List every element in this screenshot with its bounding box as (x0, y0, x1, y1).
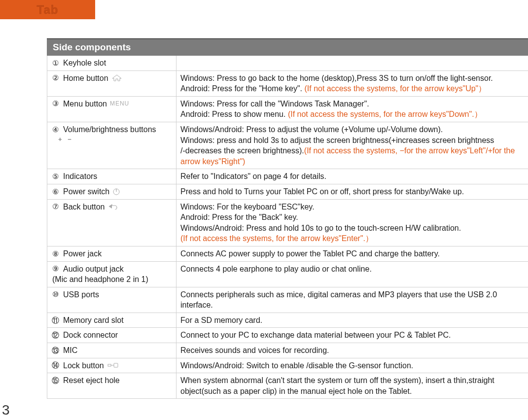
row-number: ⑩ (51, 289, 59, 299)
row-number: ⑮ (51, 376, 59, 385)
row-number: ⑬ (51, 346, 59, 355)
table-row: ① Keyhole slot (47, 56, 528, 71)
row-label: Memory card slot (63, 315, 124, 326)
row-desc: Connects peripherals such as mice, digit… (180, 290, 497, 310)
tab-header: Tab (0, 0, 95, 19)
row-label: Lock button (63, 360, 104, 371)
page-number: 3 (2, 402, 10, 418)
row-accent: (If not access the systems, for the arro… (180, 233, 528, 244)
svg-marker-2 (109, 205, 112, 209)
table-row: ④ Volume/brightness buttons + − Windows/… (47, 122, 528, 169)
table-row: ② Home button Windows: Press to go back … (47, 71, 528, 97)
table-row: ③ Menu button MENU Windows: Press for ca… (47, 97, 528, 122)
row-desc: Connects AC power supply to power the Ta… (180, 249, 440, 258)
row-desc-line: Windows/Android: Press to adjust the vol… (180, 124, 528, 135)
back-icon (108, 204, 119, 210)
table-row: ⑮ Reset eject hole When system abnormal … (47, 373, 528, 399)
row-desc-line: Windows: Press to go back to the home (d… (180, 73, 528, 84)
section-title: Side components (53, 42, 131, 52)
table-row: ⑪ Memory card slot For a SD memory card. (47, 313, 528, 328)
row-desc: Receives sounds and voices for recording… (180, 346, 329, 354)
row-desc: For a SD memory card. (180, 316, 262, 324)
menu-icon: MENU (110, 100, 129, 107)
row-accent: (If not access the systems, for the arro… (288, 110, 482, 118)
row-label: USB ports (63, 289, 99, 300)
row-number: ⑪ (51, 315, 59, 325)
row-desc-line: Android: Press for the "Back" key. (180, 212, 528, 223)
row-number: ④ (51, 125, 59, 135)
row-number: ① (51, 58, 59, 68)
row-desc: When system abnormal (can't start the sy… (180, 376, 494, 395)
row-desc: Connects 4 pole earphone to play audio o… (180, 265, 372, 273)
row-number: ② (51, 73, 59, 83)
table-row: ⑥ Power switch Press and hold to Turns y… (47, 184, 528, 200)
table-row: ⑧ Power jack Connects AC power supply to… (47, 246, 528, 262)
volume-icon: + − (51, 135, 73, 144)
row-desc-line: Android: Press to show menu. (180, 110, 288, 118)
table-row: ⑤ Indicators Refer to "Indicators" on pa… (47, 169, 528, 184)
row-desc: Refer to "Indicators" on page 4 for deta… (180, 172, 326, 180)
tab-label: Tab (37, 3, 59, 17)
row-number: ⑨ (51, 264, 59, 274)
table-row: ⑩ USB ports Connects peripherals such as… (47, 287, 528, 313)
row-desc-line: Windows: For the keyboard "ESC"key. (180, 202, 528, 212)
row-desc: Press and hold to Turns your Tablet PC o… (180, 187, 464, 196)
row-label: Power jack (63, 248, 102, 259)
row-number: ⑭ (51, 360, 59, 370)
row-desc-line: Windows: Press for call the "Windows Tas… (180, 99, 528, 109)
row-label: Indicators (63, 171, 97, 182)
home-icon (111, 74, 122, 82)
table-row: ⑦ Back button Windows: For the keyboard … (47, 200, 528, 246)
svg-rect-4 (108, 364, 111, 366)
row-desc: Windows/Android: Switch to enable /disab… (180, 361, 413, 370)
row-accent: (If not access the systems, for the arro… (304, 84, 486, 93)
row-label: Reset eject hole (63, 375, 120, 386)
table-row: ⑫ Dock connector Connect to your PC to e… (47, 328, 528, 343)
table-row: ⑭ Lock button Windows/Android: Switch to… (47, 358, 528, 374)
row-number: ⑥ (51, 187, 59, 197)
table-row: ⑬ MIC Receives sounds and voices for rec… (47, 343, 528, 358)
row-label: MIC (63, 345, 77, 356)
row-label: Volume/brightness buttons (63, 124, 156, 135)
row-desc: Connect to your PC to exchange data mate… (180, 331, 451, 339)
svg-rect-3 (114, 363, 118, 367)
row-desc-line: Android: Press for the "Home key". (180, 84, 302, 93)
power-icon (112, 188, 120, 196)
section-header: Side components (47, 38, 528, 56)
row-desc-line: Windows: press and hold 3s to adjust the… (180, 135, 528, 146)
table-row: ⑨ Audio output jack (Mic and headphone 2… (47, 262, 528, 287)
row-label: Home button (63, 73, 108, 84)
row-label: Dock connector (63, 330, 118, 341)
lock-icon (107, 363, 119, 368)
row-label: Keyhole slot (63, 58, 106, 69)
row-desc-line: Windows/Android: Press and hold 10s to g… (180, 223, 528, 234)
row-number: ⑤ (51, 172, 59, 181)
row-label: Power switch (63, 186, 109, 197)
row-label: Back button (63, 202, 105, 212)
row-desc-line: /-decreases the screen brightness). (180, 146, 304, 155)
row-number: ③ (51, 99, 59, 108)
row-label: Menu button (63, 99, 107, 109)
row-number: ⑫ (51, 330, 59, 340)
row-sublabel: (Mic and headphone 2 in 1) (52, 274, 148, 285)
row-number: ⑧ (51, 249, 59, 259)
row-label: Audio output jack (63, 264, 124, 275)
row-number: ⑦ (51, 202, 59, 211)
content-area: Side components ① Keyhole slot ② Home bu… (47, 38, 528, 399)
